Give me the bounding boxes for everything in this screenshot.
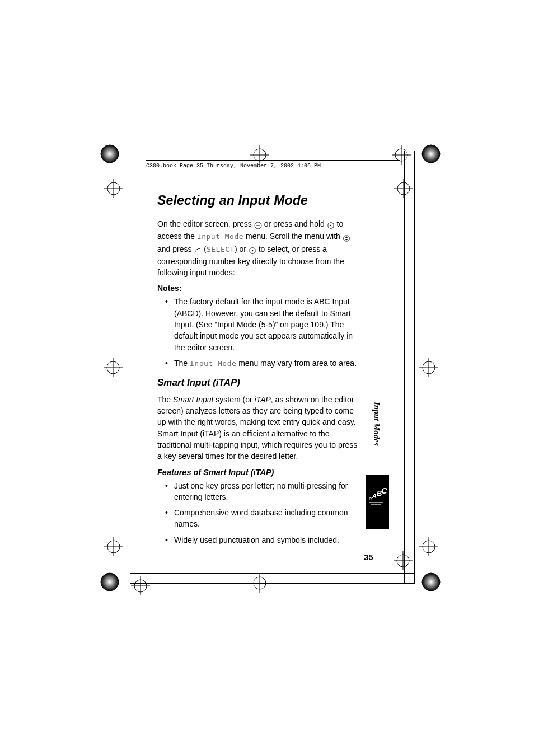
svg-point-1 xyxy=(101,145,119,163)
page-title: Selecting an Input Mode xyxy=(157,193,359,208)
regmark-icon xyxy=(100,144,120,164)
itap-term: iTAP xyxy=(255,395,271,404)
crosshair-icon xyxy=(104,179,123,198)
list-item: Widely used punctuation and symbols incl… xyxy=(174,534,359,546)
crosshair-icon xyxy=(394,179,413,198)
svg-point-45 xyxy=(330,225,331,226)
regmark-icon xyxy=(100,572,120,592)
svg-text:A: A xyxy=(372,492,377,499)
crosshair-icon xyxy=(104,358,123,377)
abc-tab-icon: a A B C xyxy=(367,488,387,510)
section-tab-label: Input Modes xyxy=(372,402,381,446)
svg-text:a: a xyxy=(369,496,372,501)
smart-input-term: Smart Input xyxy=(173,395,213,404)
crop-line xyxy=(414,151,415,583)
list-item: Comprehensive word database including co… xyxy=(174,507,359,530)
smart-input-heading: Smart Input (iTAP) xyxy=(157,377,359,388)
ok-key-icon xyxy=(249,245,256,256)
ok-key-icon xyxy=(327,219,335,231)
svg-text:C: C xyxy=(381,488,387,495)
svg-point-5 xyxy=(101,573,119,591)
crosshair-icon xyxy=(104,537,123,556)
intro-text: On the editor screen, press xyxy=(157,219,254,228)
intro-text: ) or xyxy=(235,245,249,253)
running-head: C300.book Page 35 Thursday, November 7, … xyxy=(146,163,321,169)
page-root: C300.book Page 35 Thursday, November 7, … xyxy=(0,0,534,756)
note-text: menu may vary from area to area. xyxy=(236,359,357,368)
smart-text: , as shown on the editor screen) analyze… xyxy=(157,395,357,461)
page-number: 35 xyxy=(364,552,373,562)
smart-text: The xyxy=(157,395,173,404)
regmark-icon xyxy=(421,144,441,164)
crosshair-icon xyxy=(419,358,438,377)
features-list: Just one key press per letter; no multi-… xyxy=(157,480,359,546)
crop-line xyxy=(404,151,405,583)
open-paren: ( xyxy=(202,245,207,253)
nav-key-icon xyxy=(343,232,350,243)
svg-rect-44 xyxy=(256,227,260,227)
crop-line xyxy=(130,151,415,151)
regmark-icon xyxy=(421,572,441,592)
input-mode-label: Input Mode xyxy=(197,232,243,241)
crosshair-icon xyxy=(250,145,269,165)
notes-list: The factory default for the input mode i… xyxy=(157,296,359,369)
crop-line xyxy=(130,583,415,584)
content-column: Selecting an Input Mode On the editor sc… xyxy=(157,193,359,550)
smart-input-paragraph: The Smart Input system (or iTAP, as show… xyxy=(157,394,359,462)
crop-line xyxy=(140,151,140,583)
svg-marker-47 xyxy=(345,239,348,241)
left-softkey-icon xyxy=(194,245,202,256)
input-mode-label: Input Mode xyxy=(190,359,236,368)
crosshair-icon xyxy=(131,576,150,595)
svg-point-48 xyxy=(199,248,200,249)
crop-line xyxy=(130,161,415,161)
crosshair-icon xyxy=(394,551,413,570)
header-rule xyxy=(146,160,400,161)
svg-rect-43 xyxy=(256,226,260,226)
intro-paragraph: On the editor screen, press or press and… xyxy=(157,218,359,278)
notes-heading: Notes: xyxy=(157,284,359,293)
intro-text: menu. Scroll the menu with xyxy=(243,232,343,241)
list-item: The factory default for the input mode i… xyxy=(174,296,359,353)
svg-marker-46 xyxy=(345,236,348,238)
svg-point-3 xyxy=(422,145,440,163)
crosshair-icon xyxy=(392,145,411,165)
intro-text: or press and hold xyxy=(262,219,327,228)
list-item: The Input Mode menu may vary from area t… xyxy=(174,358,359,369)
note-text: The xyxy=(174,359,190,368)
crop-line xyxy=(130,573,415,574)
smart-text: system (or xyxy=(213,395,254,404)
svg-point-7 xyxy=(422,573,440,591)
crosshair-icon xyxy=(419,537,438,556)
intro-text: and press xyxy=(157,245,194,253)
menu-key-icon xyxy=(254,219,262,231)
features-heading: Features of Smart Input (iTAP) xyxy=(157,468,359,477)
select-label: SELECT xyxy=(207,245,235,253)
svg-rect-42 xyxy=(256,224,260,224)
crop-line xyxy=(130,151,130,583)
list-item: Just one key press per letter; no multi-… xyxy=(174,480,359,503)
svg-point-49 xyxy=(252,250,253,251)
